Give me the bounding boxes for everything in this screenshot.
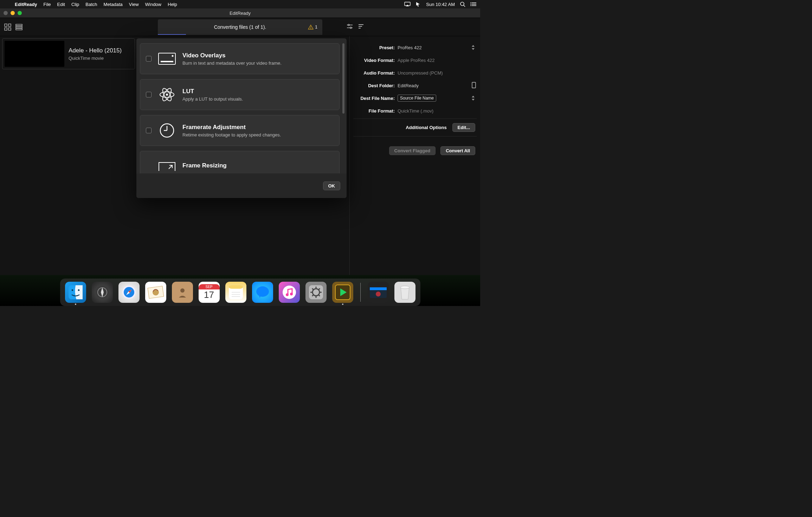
right-settings-panel: Preset: ProRes 422 Video Format: Apple P… xyxy=(349,36,480,275)
sort-icon[interactable] xyxy=(358,23,364,31)
svg-rect-11 xyxy=(5,24,7,26)
dock-editready-icon[interactable] xyxy=(332,282,353,303)
edit-options-button[interactable]: Edit... xyxy=(452,123,475,132)
svg-point-34 xyxy=(172,55,174,57)
option-title: Video Overlays xyxy=(182,52,282,59)
dest-folder-label: Dest Folder: xyxy=(353,83,398,88)
progress-tab[interactable]: Converting files (1 of 1). 1 xyxy=(158,19,322,35)
svg-rect-59 xyxy=(229,285,243,289)
svg-point-22 xyxy=(348,24,349,26)
progress-warning-badge[interactable]: 1 xyxy=(308,25,317,30)
option-framerate-checkbox[interactable] xyxy=(146,128,152,133)
dest-folder-value[interactable]: EditReady xyxy=(398,82,477,89)
option-video-overlays-checkbox[interactable] xyxy=(146,56,152,62)
dock-safari-icon[interactable] xyxy=(118,282,140,303)
svg-point-10 xyxy=(470,5,471,6)
dock-launchpad-icon[interactable] xyxy=(92,282,113,303)
convert-flagged-button[interactable]: Convert Flagged xyxy=(389,146,436,155)
clip-thumbnail xyxy=(5,41,64,67)
menu-help[interactable]: Help xyxy=(168,2,177,7)
file-format-value[interactable]: QuickTime (.mov) xyxy=(398,108,477,114)
svg-point-24 xyxy=(350,27,352,28)
svg-marker-28 xyxy=(472,45,475,47)
menubar-clock[interactable]: Sun 10:42 AM xyxy=(426,2,455,7)
option-video-overlays[interactable]: Video Overlays Burn in text and metadata… xyxy=(140,43,340,74)
dock-system-preferences-icon[interactable] xyxy=(305,282,327,303)
grid-view-icon[interactable] xyxy=(4,24,11,31)
dock-calendar-icon[interactable]: SEP 17 xyxy=(199,282,220,303)
spotlight-icon[interactable] xyxy=(460,1,465,7)
svg-rect-14 xyxy=(8,28,11,30)
menu-file[interactable]: File xyxy=(44,2,51,7)
video-format-value[interactable]: Apple ProRes 422 xyxy=(398,58,477,63)
screen-mirroring-icon[interactable] xyxy=(404,2,411,7)
lut-icon xyxy=(158,87,176,103)
dock-calendar-month: SEP xyxy=(199,284,220,289)
clip-item[interactable]: Adele - Hello (2015) QuickTime movie xyxy=(2,38,135,69)
option-lut[interactable]: LUT Apply a LUT to output visuals. xyxy=(140,79,340,110)
option-framerate[interactable]: Framerate Adjustment Retime existing foo… xyxy=(140,115,340,146)
option-title: Frame Resizing xyxy=(182,162,227,169)
svg-point-67 xyxy=(290,293,293,295)
dock-separator xyxy=(360,283,361,302)
svg-marker-32 xyxy=(472,99,475,101)
svg-rect-12 xyxy=(8,24,11,26)
modal-ok-button[interactable]: OK xyxy=(323,181,341,190)
svg-rect-16 xyxy=(16,26,22,28)
window-title: EditReady xyxy=(0,11,480,16)
svg-point-8 xyxy=(470,2,471,3)
resize-icon xyxy=(158,158,176,173)
option-title: LUT xyxy=(182,88,243,95)
svg-rect-33 xyxy=(159,53,175,64)
additional-options-row: Additional Options Edit... xyxy=(353,119,477,136)
menu-edit[interactable]: Edit xyxy=(57,2,65,7)
menu-batch[interactable]: Batch xyxy=(85,2,97,7)
dest-file-name-token[interactable]: Source File Name xyxy=(398,95,436,102)
menubar-list-icon[interactable] xyxy=(470,2,477,7)
dock-app-icon[interactable] xyxy=(368,282,389,303)
dock-finder-icon[interactable] xyxy=(65,282,86,303)
overlay-icon xyxy=(158,51,176,67)
option-desc: Burn in text and metadata over your vide… xyxy=(182,60,282,66)
svg-rect-43 xyxy=(159,162,175,171)
clip-list: Adele - Hello (2015) QuickTime movie xyxy=(0,36,137,275)
clock-icon xyxy=(158,122,176,139)
menu-window[interactable]: Window xyxy=(145,2,161,7)
progress-warning-count: 1 xyxy=(315,25,317,30)
svg-rect-15 xyxy=(16,24,22,26)
menu-view[interactable]: View xyxy=(129,2,139,7)
svg-point-63 xyxy=(256,286,269,297)
clip-subtitle: QuickTime movie xyxy=(69,56,122,61)
dock-music-icon[interactable] xyxy=(279,282,300,303)
svg-line-4 xyxy=(464,5,465,7)
svg-rect-35 xyxy=(161,61,173,62)
dock-mail-icon[interactable] xyxy=(145,282,166,303)
svg-point-65 xyxy=(283,286,296,299)
list-view-icon[interactable] xyxy=(15,24,22,31)
option-lut-checkbox[interactable] xyxy=(146,92,152,97)
option-frame-resizing[interactable]: Frame Resizing xyxy=(140,151,340,173)
additional-options-label: Additional Options xyxy=(406,125,446,130)
preset-select[interactable]: ProRes 422 xyxy=(398,45,477,50)
svg-point-83 xyxy=(400,286,410,289)
svg-point-66 xyxy=(286,293,289,296)
toolbar: Converting files (1 of 1). 1 xyxy=(0,18,480,36)
modal-scrollbar[interactable] xyxy=(342,43,344,114)
dock-contacts-icon[interactable] xyxy=(172,282,193,303)
convert-all-button[interactable]: Convert All xyxy=(440,146,475,155)
status-pointer-icon[interactable] xyxy=(415,1,421,7)
settings-sliders-icon[interactable] xyxy=(347,23,353,31)
dock-trash-icon[interactable] xyxy=(394,282,415,303)
dock-notes-icon[interactable] xyxy=(225,282,246,303)
audio-format-value[interactable]: Uncompressed (PCM) xyxy=(398,70,477,76)
menu-metadata[interactable]: Metadata xyxy=(104,2,123,7)
app-menu[interactable]: EditReady xyxy=(15,2,37,7)
menu-clip[interactable]: Clip xyxy=(71,2,79,7)
svg-point-57 xyxy=(180,288,185,293)
stepper-icon xyxy=(472,95,475,101)
choose-folder-icon[interactable] xyxy=(471,82,477,89)
dest-file-name-value[interactable]: Source File Name xyxy=(398,95,477,102)
svg-point-82 xyxy=(376,292,381,296)
dock-messages-icon[interactable] xyxy=(252,282,273,303)
option-desc: Retime existing footage to apply speed c… xyxy=(182,132,281,138)
